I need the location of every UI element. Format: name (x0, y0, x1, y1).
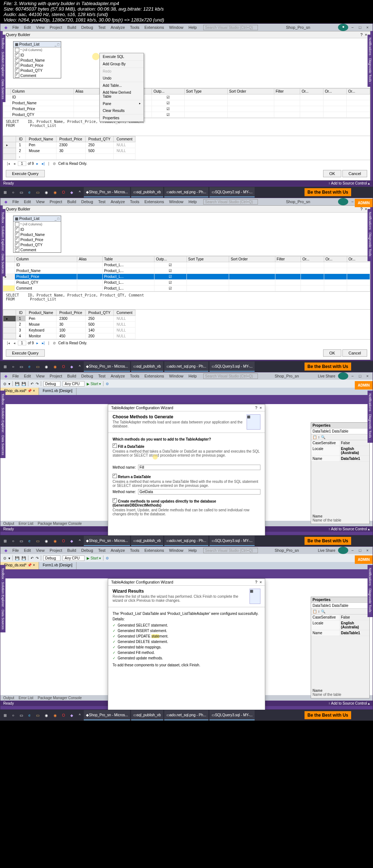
properties-panel[interactable]: Properties DataTable1 DataTable 📋 ↕ 🔍 Ca… (311, 422, 370, 524)
nav-first-icon[interactable]: |◂ (6, 162, 11, 166)
edge-icon[interactable]: e (26, 187, 33, 197)
query-builder-dialog: Query Builder ? × ▦ Product_List_ □ * (A… (3, 31, 370, 181)
menu-edit[interactable]: Edit (22, 24, 33, 30)
source-control-button[interactable]: ↑ Add to Source Control ▴ (329, 181, 370, 185)
banner: Be the Best with Us (305, 188, 351, 196)
start-button[interactable]: ▶ Start ▾ (87, 382, 101, 386)
return-checkbox[interactable] (113, 474, 117, 478)
cm-undo[interactable]: Undo (100, 75, 144, 82)
diagram-pane[interactable]: ▦ Product_List_ □ * (All Columns) ID Pro… (3, 38, 370, 88)
task-sql[interactable]: ▭ SQLQuery2.sql - MY-... (209, 187, 255, 197)
wizard-dialog: TableAdapter Configuration Wizard? × Cho… (108, 404, 265, 550)
table-box-product-list[interactable]: ▦ Product_List_ □ * (All Columns) ID Pro… (13, 41, 61, 78)
menu-build[interactable]: Build (65, 24, 78, 30)
cm-add-group-by[interactable]: Add Group By (100, 61, 144, 68)
menu-file[interactable]: File (10, 24, 21, 30)
task-folder[interactable]: ▭ sql_publish_vb (131, 187, 163, 197)
tab-shop-ds[interactable]: Shop_ds.xsd* 📌 × (0, 388, 39, 395)
taskbar[interactable]: ⊞ ○ ▭ e ▭ ◉ ◉ O ◆ ^ ◆ Shop_Pro_sn - Micr… (0, 187, 373, 198)
grid-row: IDProduct_L...☑ (3, 94, 370, 100)
start-icon[interactable]: ⊞ (1, 187, 9, 197)
table-name: Product_List (19, 42, 40, 46)
menu-extensions[interactable]: Extensions (142, 24, 166, 30)
user-icon[interactable]: ● (338, 24, 348, 31)
nav-next-icon[interactable]: ▸ (35, 162, 39, 166)
cursor-highlight (3, 286, 15, 291)
getdata-method-input[interactable] (138, 489, 260, 495)
menubar: ◆ File Edit View Project Build Debug Tes… (0, 24, 373, 31)
tab-form1[interactable]: Form1.vb [Design] (39, 388, 76, 395)
cancel-button[interactable]: Cancel (342, 170, 367, 177)
help-icon[interactable]: ? (360, 32, 362, 37)
vs-icon: ◆ (2, 24, 9, 31)
opera-icon[interactable]: O (60, 187, 67, 197)
col-name[interactable]: Product_Name (20, 58, 45, 62)
firefox-icon[interactable]: ◉ (51, 187, 59, 197)
cortana-icon[interactable]: ○ (10, 187, 16, 197)
results-navigator[interactable]: |◂ ◂ 1 of 9 ▸ ▸| | ⊘ Cell is Read Only. (3, 160, 370, 167)
document-tabs[interactable]: Shop_ds.xsd* 📌 × Form1.vb [Design] (0, 388, 373, 395)
wizard-heading: Wizard Results (113, 589, 250, 594)
cm-add-derived[interactable]: Add New Derived Table (100, 89, 144, 100)
nav-stop-icon[interactable]: ⊘ (52, 162, 57, 166)
menu-test[interactable]: Test (96, 24, 108, 30)
menu-tools[interactable]: Tools (128, 24, 142, 30)
menu-project[interactable]: Project (47, 24, 64, 30)
chrome-icon[interactable]: ◉ (43, 187, 50, 197)
results-list: ✓Generated SELECT statement. ✓Generated … (113, 623, 260, 661)
col-id[interactable]: ID (20, 53, 24, 57)
side-tab-notifications[interactable]: Notifications · Diagnostic Tools · (368, 35, 373, 87)
menu-debug[interactable]: Debug (79, 24, 95, 30)
cursor-highlight (153, 454, 158, 460)
col-qty[interactable]: Product_QTY (20, 69, 43, 73)
sql-pane[interactable]: SELECT ID, Product_Name, Product_Price, … (3, 118, 370, 136)
solution-name: Shop_Pro_sn (284, 24, 313, 30)
col-all[interactable]: * (All Columns) (20, 48, 42, 52)
cm-execute-sql[interactable]: Execute SQL (100, 53, 144, 61)
config-dropdown[interactable]: Debug (43, 381, 60, 387)
qb-close-icon[interactable]: × (365, 32, 367, 37)
criteria-grid[interactable]: ColumnAliasTableOutp...Sort TypeSort Ord… (3, 88, 370, 118)
cm-properties[interactable]: Properties (100, 115, 144, 121)
cm-add-table[interactable]: Add Table... (100, 82, 144, 89)
task-vs[interactable]: ◆ Shop_Pro_sn - Micros... (84, 187, 130, 197)
search-box[interactable]: Search Visual Studio (Ctrl+Q) (203, 25, 258, 30)
menu-help[interactable]: Help (186, 24, 199, 30)
vs-taskbar-icon[interactable]: ◆ (68, 187, 75, 197)
execute-query-button[interactable]: Execute Query (6, 349, 45, 357)
taskview-icon[interactable]: ▭ (17, 187, 25, 197)
results-grid[interactable]: IDProduct_NameProduct_PriceProduct_QTYCo… (3, 136, 370, 167)
context-menu[interactable]: Execute SQL Add Group By Redo Undo Add T… (99, 53, 144, 122)
explorer-icon[interactable]: ▭ (34, 187, 42, 197)
fill-method-input[interactable] (138, 465, 260, 470)
col-comment[interactable]: Comment (20, 74, 36, 78)
back-icon[interactable]: ⊙ (3, 382, 6, 386)
minimize-icon[interactable]: − (349, 24, 356, 30)
save-icon[interactable]: 💾 (15, 382, 19, 386)
live-share-button[interactable]: Live Share (316, 373, 338, 379)
fill-checkbox[interactable] (113, 443, 117, 448)
result-row: 2Mouse30500NULL (3, 148, 136, 154)
close-icon[interactable]: × (364, 24, 371, 30)
cm-pane[interactable]: Pane▸ (100, 100, 144, 107)
result-row: - (3, 154, 136, 160)
grid-row-selected[interactable]: ▸Product_PriceProduct_L...☑ (3, 274, 370, 280)
execute-query-button[interactable]: Execute Query (6, 170, 45, 177)
menu-analyze[interactable]: Analyze (109, 24, 127, 30)
platform-dropdown[interactable]: Any CPU (63, 381, 84, 387)
nav-prev-icon[interactable]: ◂ (12, 162, 16, 166)
caret-icon[interactable]: ^ (76, 187, 83, 197)
task-folder2[interactable]: ▭ ado.net_sql.png - Ph... (164, 187, 209, 197)
cm-redo[interactable]: Redo (100, 68, 144, 75)
maximize-icon[interactable]: □ (357, 24, 364, 30)
menu-view[interactable]: View (34, 24, 47, 30)
dbdirect-checkbox[interactable] (113, 498, 117, 503)
vs-window-1: ◆ File Edit View Project Build Debug Tes… (0, 23, 373, 187)
nav-last-icon[interactable]: ▸| (41, 162, 46, 166)
result-row: ▸1Pen2300250NULL (3, 142, 136, 148)
menu-window[interactable]: Window (167, 24, 185, 30)
cm-clear-results[interactable]: Clear Results (100, 107, 144, 115)
ok-button[interactable]: OK (323, 170, 341, 177)
side-tab-toolbox[interactable]: Toolbox · Solution Explorer · Data Sourc… (0, 35, 5, 102)
col-price[interactable]: Product_Price (20, 63, 43, 67)
